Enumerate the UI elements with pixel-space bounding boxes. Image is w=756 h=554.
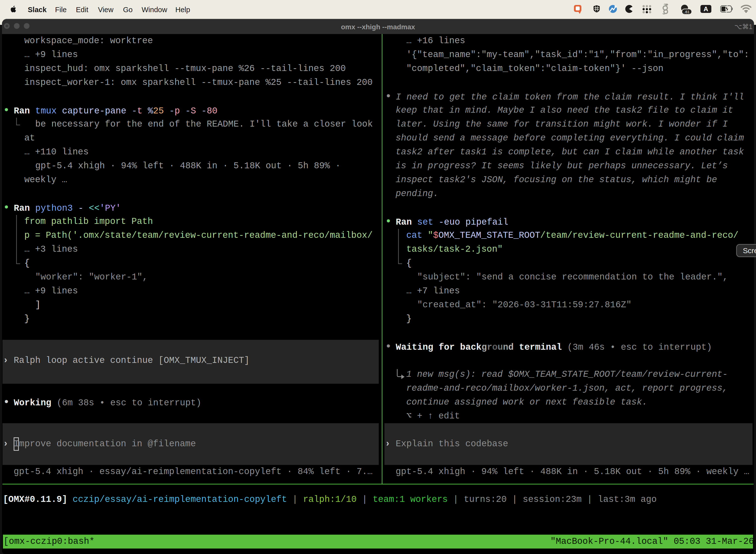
svg-text:..61: ..61 — [683, 10, 690, 14]
